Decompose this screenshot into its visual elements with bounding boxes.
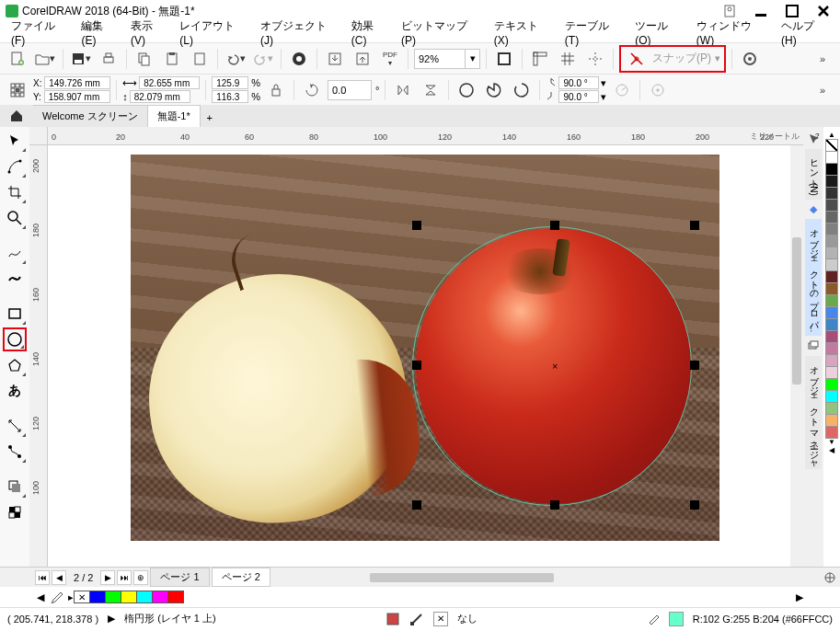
bitmap-image[interactable]: × [131,155,719,541]
vertical-scrollbar[interactable] [790,145,803,567]
ellipse-tool[interactable] [3,327,27,351]
selection-handle[interactable] [690,500,699,510]
color-swatch[interactable] [825,187,838,200]
home-icon[interactable] [9,109,24,123]
rulers-button[interactable] [528,47,552,71]
transparency-tool[interactable] [3,500,27,524]
color-swatch[interactable] [825,294,838,307]
text-tool[interactable]: あ [3,379,27,403]
search-button[interactable] [287,47,311,71]
undo-button[interactable]: ▾ [224,47,247,71]
color-swatch[interactable] [825,402,838,415]
drop-shadow-tool[interactable] [3,475,27,499]
print-button[interactable] [97,47,121,71]
color-swatch[interactable] [825,390,838,403]
color-swatch[interactable] [152,591,168,603]
width-input[interactable] [139,76,200,89]
selection-handle[interactable] [550,500,559,510]
overflow-button[interactable]: » [811,78,834,102]
connector-tool[interactable] [3,440,27,464]
menu-layout[interactable]: レイアウト(L) [174,17,253,49]
selection-handle[interactable] [412,361,421,370]
palette-up[interactable]: ▲ [828,131,835,139]
docker-object-manager[interactable]: オブジェクト マネージャ [805,356,822,469]
palette-left[interactable]: ◀ [37,591,44,603]
color-swatch[interactable] [825,211,838,224]
zoom-input[interactable] [414,49,466,69]
guides-button[interactable] [583,47,607,71]
color-swatch[interactable] [825,235,838,247]
menu-tool[interactable]: ツール(O) [629,17,689,49]
rectangle-tool[interactable] [3,302,27,326]
page-prev-button[interactable]: ◀ [52,570,66,585]
overflow-button[interactable]: » [811,47,834,71]
pick-tool[interactable] [3,129,27,153]
menu-object[interactable]: オブジェクト(J) [255,17,344,49]
menu-file[interactable]: ファイル(F) [6,17,74,49]
freehand-tool[interactable] [3,241,27,265]
fullscreen-button[interactable] [492,47,516,71]
menu-view[interactable]: 表示(V) [125,17,172,49]
color-swatch[interactable] [825,354,838,367]
color-swatch[interactable] [825,282,838,295]
color-swatch[interactable] [825,378,838,391]
copy-button[interactable] [132,47,156,71]
play-icon[interactable]: ▶ [108,613,115,625]
save-button[interactable]: ▾ [69,47,93,71]
ruler-horizontal[interactable]: 0 20 40 60 80 100 120 140 160 180 200 22… [48,127,803,145]
color-swatch[interactable] [825,342,838,355]
pie-shape-button[interactable] [482,78,506,102]
scale-y-input[interactable] [212,90,248,103]
page-add-button[interactable]: ⊕ [133,570,148,585]
origin-icon[interactable] [6,78,29,102]
color-swatch[interactable] [89,591,106,603]
scrollbar-thumb[interactable] [370,573,554,582]
selection-handle[interactable] [412,500,421,510]
help-icon[interactable]: ? [807,132,820,145]
color-swatch[interactable] [825,151,838,164]
docker-hints[interactable]: ヒント(N) [805,149,822,200]
scrollbar-thumb[interactable] [792,237,801,384]
color-swatch[interactable] [825,247,838,259]
palette-right-arrow[interactable]: ▶ [796,591,803,603]
redo-button[interactable]: ▾ [251,47,275,71]
page-tab-1[interactable]: ページ 1 [150,568,209,587]
height-input[interactable] [130,90,190,103]
color-swatch[interactable] [825,163,838,176]
color-swatch[interactable] [825,199,838,212]
outline-icon[interactable] [409,612,424,626]
color-swatch[interactable] [167,591,184,603]
page-first-button[interactable]: ⏮ [35,570,50,585]
color-swatch[interactable] [825,366,838,379]
artistic-media-tool[interactable] [3,267,27,291]
palette-down[interactable]: ▼ [828,438,835,446]
diamond-icon[interactable]: ◆ [810,203,817,215]
clipboard-button[interactable] [188,47,212,71]
page-last-button[interactable]: ⏭ [117,570,132,585]
import-button[interactable] [323,47,347,71]
selection-handle[interactable] [690,361,699,370]
color-swatch[interactable] [825,426,838,439]
menu-window[interactable]: ウィンドウ(W) [691,17,774,49]
color-swatch[interactable] [825,414,838,427]
page-tab-2[interactable]: ページ 2 [212,568,270,587]
color-swatch[interactable] [825,306,838,319]
polygon-tool[interactable] [3,353,27,377]
dimension-tool[interactable] [3,414,27,438]
crop-tool[interactable] [3,180,27,204]
no-color-swatch[interactable] [825,139,838,152]
menu-table[interactable]: テーブル(T) [559,17,627,49]
mirror-v-button[interactable] [419,78,443,102]
no-color-swatch[interactable] [74,591,90,603]
color-swatch[interactable] [825,258,838,271]
eyedropper-icon[interactable] [50,591,63,603]
chevron-down-icon[interactable]: ▾ [466,49,480,69]
pen-icon[interactable] [647,613,660,625]
selection-handle[interactable] [412,221,421,230]
new-button[interactable] [6,47,29,71]
ruler-vertical[interactable]: 200 180 160 140 120 100 [29,145,48,567]
layers-icon[interactable] [807,339,820,352]
canvas[interactable]: × [48,145,790,567]
color-swatch[interactable] [825,223,838,235]
tab-add-button[interactable]: + [201,109,219,127]
